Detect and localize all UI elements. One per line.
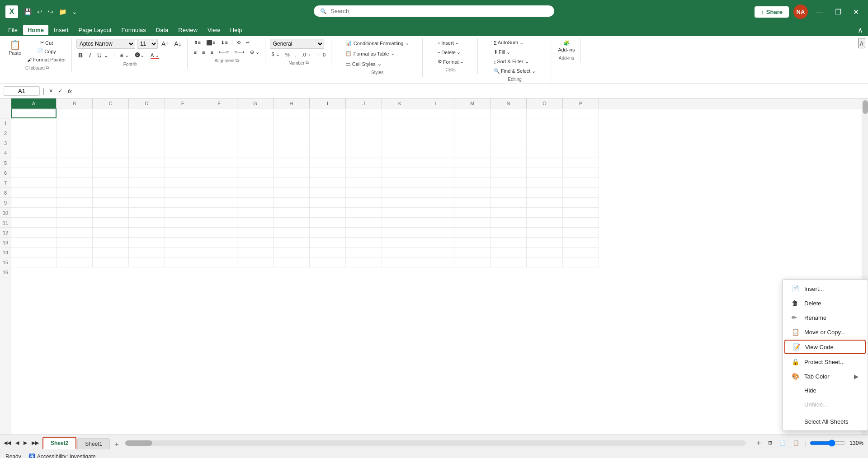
cell-P6[interactable] [563,158,599,168]
cell-N10[interactable] [491,198,527,208]
cell-O2[interactable] [527,118,563,128]
cell-N1[interactable] [491,108,527,118]
cell-N15[interactable] [491,248,527,257]
save-button[interactable]: 💾 [23,7,33,17]
decrease-indent-button[interactable]: ⟵≡ [217,48,231,56]
increase-decimal-button[interactable]: ←.0 [315,51,327,58]
col-header-j[interactable]: J [346,98,382,108]
cell-P11[interactable] [563,208,599,218]
cell-M10[interactable] [454,198,491,208]
cell-F16[interactable] [201,257,237,267]
comma-button[interactable]: , [293,51,298,58]
cell-M12[interactable] [454,218,491,228]
cell-D1[interactable] [129,108,165,118]
cell-H1[interactable] [274,108,310,118]
cell-I4[interactable] [310,138,346,148]
cell-I6[interactable] [310,158,346,168]
cell-B12[interactable] [57,218,93,228]
cell-G2[interactable] [237,118,274,128]
cell-I10[interactable] [310,198,346,208]
cell-L8[interactable] [418,178,454,188]
cell-N9[interactable] [491,188,527,198]
formula-input[interactable] [76,87,864,95]
cell-E7[interactable] [165,168,201,178]
cell-C12[interactable] [93,218,129,228]
cell-F7[interactable] [201,168,237,178]
autosum-button[interactable]: Σ AutoSum ⌄ [492,39,525,47]
cell-E5[interactable] [165,148,201,158]
cell-J16[interactable] [346,257,382,267]
cell-P8[interactable] [563,178,599,188]
cell-I11[interactable] [310,208,346,218]
cell-D7[interactable] [129,168,165,178]
cell-L10[interactable] [418,198,454,208]
font-color-button[interactable]: A ⌄ [149,51,161,59]
cell-H9[interactable] [274,188,310,198]
ctx-insert[interactable]: 📄 Insert... [783,281,868,296]
cell-K6[interactable] [382,158,418,168]
cell-H6[interactable] [274,158,310,168]
add-sheet-button[interactable]: + [113,439,120,449]
menu-data[interactable]: Data [151,25,173,35]
cell-N6[interactable] [491,158,527,168]
cell-D11[interactable] [129,208,165,218]
cell-K1[interactable] [382,108,418,118]
ctx-tab-color[interactable]: 🎨 Tab Color ▶ [783,369,868,383]
cell-B8[interactable] [57,178,93,188]
cell-N8[interactable] [491,178,527,188]
cell-I12[interactable] [310,218,346,228]
cell-K3[interactable] [382,128,418,138]
cell-O12[interactable] [527,218,563,228]
cell-D14[interactable] [129,238,165,248]
ctx-delete[interactable]: 🗑 Delete [783,296,868,310]
cell-G7[interactable] [237,168,274,178]
cell-H13[interactable] [274,228,310,238]
cell-D15[interactable] [129,248,165,257]
cell-K9[interactable] [382,188,418,198]
quick-access-dropdown[interactable]: ⌄ [71,7,79,17]
cell-D9[interactable] [129,188,165,198]
ctx-select-all-sheets[interactable]: Select All Sheets [783,415,868,429]
cell-N14[interactable] [491,238,527,248]
undo-button[interactable]: ↩ [36,7,44,17]
cell-C13[interactable] [93,228,129,238]
normal-view-button[interactable]: ⊞ [766,439,774,447]
menu-formulas[interactable]: Formulas [117,25,151,35]
cell-P9[interactable] [563,188,599,198]
col-header-c[interactable]: C [93,98,129,108]
cell-A4[interactable] [11,138,57,148]
paste-button[interactable]: 📋 Paste [6,39,24,57]
cell-E8[interactable] [165,178,201,188]
col-header-l[interactable]: L [418,98,454,108]
cell-L16[interactable] [418,257,454,267]
font-size-select[interactable]: 11 [137,39,158,49]
cell-O16[interactable] [527,257,563,267]
cell-J13[interactable] [346,228,382,238]
cell-F1[interactable] [201,108,237,118]
font-name-select[interactable]: Aptos Narrow [76,39,135,49]
search-input[interactable] [330,8,548,14]
cell-I2[interactable] [310,118,346,128]
align-middle-button[interactable]: ⬛≡ [204,39,217,47]
cell-E9[interactable] [165,188,201,198]
cell-H10[interactable] [274,198,310,208]
cell-O11[interactable] [527,208,563,218]
cell-F8[interactable] [201,178,237,188]
cell-A3[interactable] [11,128,57,138]
cell-M6[interactable] [454,158,491,168]
cell-D5[interactable] [129,148,165,158]
delete-button[interactable]: − Delete ⌄ [436,48,462,56]
cell-H12[interactable] [274,218,310,228]
cell-O4[interactable] [527,138,563,148]
cell-H3[interactable] [274,128,310,138]
cell-D10[interactable] [129,198,165,208]
cell-N13[interactable] [491,228,527,238]
format-as-table-button[interactable]: 📋 Format as Table ⌄ [343,49,397,58]
cell-J12[interactable] [346,218,382,228]
ctx-move-or-copy[interactable]: 📋 Move or Copy... [783,325,868,339]
menu-file[interactable]: File [4,25,22,35]
cell-J3[interactable] [346,128,382,138]
cell-M4[interactable] [454,138,491,148]
col-header-h[interactable]: H [274,98,310,108]
page-break-view-button[interactable]: 📋 [791,439,801,447]
